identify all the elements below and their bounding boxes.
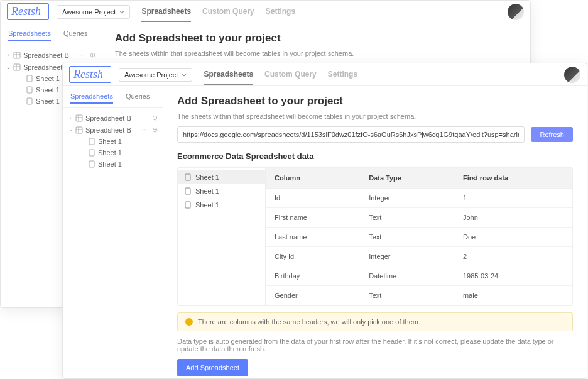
datatype-hint: Data type is auto generated from the dat… — [177, 338, 573, 353]
sidebar-tab-spreadsheets[interactable]: Spreadsheets — [70, 92, 113, 104]
more-icon[interactable]: ··· — [142, 114, 147, 121]
tree-label: Spreadsheet B — [85, 114, 131, 122]
table-row: BirthdayDatetime1985-03-24 — [266, 266, 572, 286]
tree-label: Sheet 1 — [36, 75, 60, 82]
sheet-list: Sheet 1 Sheet 1 Sheet 1 — [178, 168, 266, 305]
table-cell: 1985-03-24 — [454, 266, 572, 286]
table-cell: Doe — [454, 228, 572, 247]
sidebar-tab-spreadsheets[interactable]: Spreadsheets — [8, 30, 51, 41]
svg-rect-9 — [76, 115, 82, 121]
tab-spreadsheets[interactable]: Spreadsheets — [141, 2, 191, 22]
project-selector[interactable]: Awesome Project — [119, 68, 192, 82]
tree-spreadsheet[interactable]: ⌄ Spreadsheet B ··· ⊕ — [63, 124, 163, 136]
table-cell: Last name — [266, 228, 360, 247]
page-hint: The sheets within that spreadsheet will … — [177, 113, 573, 120]
table-row: IdInteger1 — [266, 189, 572, 208]
page-hint: The sheets within that spreadsheet will … — [115, 50, 516, 57]
tree-sheet[interactable]: Sheet 1 — [63, 158, 163, 170]
tree-spreadsheet[interactable]: › Spreadsheet B ··· ⊕ — [63, 112, 163, 124]
chevron-right-icon: › — [68, 115, 73, 121]
tree-sheet[interactable]: Sheet 1 — [63, 147, 163, 158]
sheet-icon — [88, 160, 95, 168]
svg-rect-20 — [185, 202, 190, 208]
sidebar-tab-queries[interactable]: Queries — [126, 92, 150, 104]
table-cell: 2 — [454, 247, 572, 266]
sidebar: Spreadsheets Queries › Spreadsheet B ···… — [63, 86, 163, 378]
tree-sheet[interactable]: Sheet 1 — [63, 136, 163, 147]
th-firstrow: First row data — [454, 168, 572, 189]
table-row: First nameTextJohn — [266, 208, 572, 228]
more-icon[interactable]: ··· — [80, 52, 85, 58]
svg-rect-8 — [27, 98, 32, 104]
logo: Restsh — [7, 3, 49, 20]
sheet-icon — [26, 97, 33, 105]
tree-label: Spreadsheet B — [85, 126, 131, 134]
tab-custom-query[interactable]: Custom Query — [202, 2, 254, 22]
sheet-icon — [184, 187, 192, 195]
top-tabs: Spreadsheets Custom Query Settings — [204, 65, 357, 85]
table-row: Last nameTextDoe — [266, 228, 572, 247]
url-row: Refresh — [177, 126, 573, 143]
table-cell: Id — [266, 189, 360, 208]
sidebar-tabs: Spreadsheets Queries — [1, 27, 101, 45]
data-title: Ecommerce Data Spreadsheet data — [177, 151, 573, 161]
table-cell: Gender — [266, 286, 360, 305]
sidebar-tab-queries[interactable]: Queries — [63, 30, 88, 41]
project-selector[interactable]: Awesome Project — [57, 5, 130, 19]
svg-rect-19 — [185, 188, 190, 194]
avatar[interactable] — [508, 4, 524, 20]
tab-custom-query[interactable]: Custom Query — [264, 65, 317, 85]
th-datatype: Data Type — [360, 168, 454, 189]
svg-rect-0 — [14, 52, 20, 58]
project-name: Awesome Project — [62, 8, 116, 16]
table-cell: Datetime — [360, 266, 454, 286]
page-title: Add Spreadsheet to your project — [177, 95, 573, 107]
sheet-list-item[interactable]: Sheet 1 — [178, 184, 265, 198]
tree-label: Spreadsheet B — [23, 52, 69, 59]
tab-spreadsheets[interactable]: Spreadsheets — [204, 65, 253, 85]
add-icon[interactable]: ⊕ — [90, 51, 95, 59]
chevron-right-icon: › — [6, 52, 11, 58]
table-cell: Integer — [360, 189, 454, 208]
spreadsheet-url-input[interactable] — [177, 126, 525, 143]
tab-settings[interactable]: Settings — [266, 2, 295, 22]
table-cell: City Id — [266, 247, 360, 266]
sheet-list-label: Sheet 1 — [195, 173, 219, 181]
table-row: City IdInteger2 — [266, 247, 572, 266]
svg-rect-18 — [185, 174, 190, 180]
add-spreadsheet-button[interactable]: Add Spreadsheet — [177, 359, 248, 376]
tree-spreadsheet[interactable]: › Spreadsheet B ··· ⊕ — [1, 49, 101, 61]
chevron-down-icon: ⌄ — [6, 64, 11, 70]
svg-rect-6 — [27, 75, 32, 82]
columns-table: Column Data Type First row data IdIntege… — [266, 168, 572, 305]
sheet-icon — [26, 75, 33, 82]
tree-label: Sheet 1 — [36, 97, 60, 105]
chevron-down-icon: ⌄ — [68, 127, 73, 133]
avatar[interactable] — [564, 67, 580, 83]
tab-settings[interactable]: Settings — [328, 65, 357, 85]
more-icon[interactable]: ··· — [142, 126, 147, 133]
sheet-list-label: Sheet 1 — [195, 187, 219, 195]
data-pane: Sheet 1 Sheet 1 Sheet 1 Column — [177, 167, 573, 306]
table-cell: Text — [360, 208, 454, 228]
table-cell: Text — [360, 286, 454, 305]
spreadsheet-icon — [13, 63, 21, 71]
svg-rect-17 — [89, 161, 94, 167]
spreadsheet-icon — [13, 52, 21, 59]
warning-icon — [185, 318, 193, 326]
topbar: Restsh Awesome Project Spreadsheets Cust… — [1, 1, 530, 23]
table-cell: First name — [266, 208, 360, 228]
svg-rect-3 — [14, 64, 20, 70]
add-icon[interactable]: ⊕ — [152, 114, 158, 122]
refresh-button[interactable]: Refresh — [531, 127, 573, 142]
sheet-icon — [184, 173, 192, 181]
table-cell: Birthday — [266, 266, 360, 286]
th-column: Column — [266, 168, 360, 189]
add-icon[interactable]: ⊕ — [152, 126, 158, 134]
sheet-list-item[interactable]: Sheet 1 — [178, 170, 265, 184]
table-row: GenderTextmale — [266, 286, 572, 305]
sheet-icon — [88, 149, 95, 157]
tree-label: Sheet 1 — [98, 160, 122, 168]
sheet-list-item[interactable]: Sheet 1 — [178, 198, 265, 212]
svg-rect-12 — [76, 127, 82, 133]
